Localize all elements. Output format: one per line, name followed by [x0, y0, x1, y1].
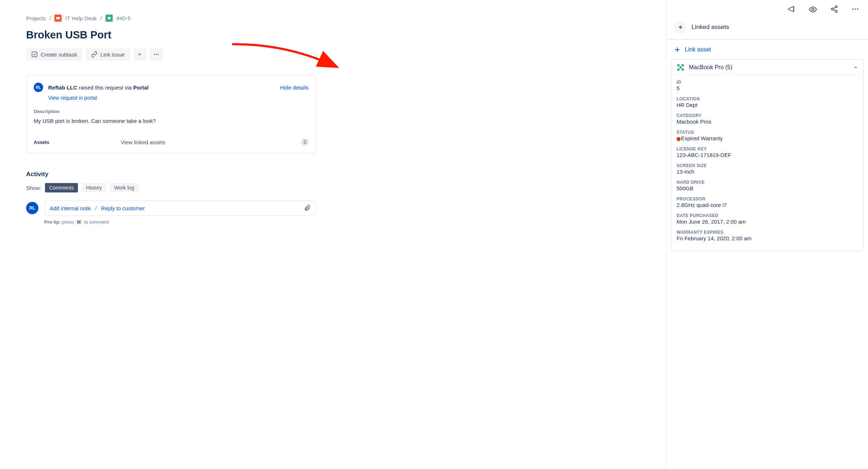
share-icon[interactable]: [830, 5, 838, 14]
feedback-icon[interactable]: [788, 5, 795, 14]
svg-point-1: [154, 54, 155, 55]
view-in-portal-link[interactable]: View request in portal: [48, 95, 309, 101]
description-text: My USB port is broken. Can someone take …: [34, 118, 309, 124]
field-label: STATUS: [677, 130, 858, 135]
field-label: ID: [677, 80, 858, 85]
asset-card: MacBook Pro (5) ID5LOCATIONHR DeptCATEGO…: [671, 59, 864, 251]
svg-point-3: [157, 54, 158, 55]
add-internal-note-link[interactable]: Add internal note: [50, 205, 91, 211]
breadcrumb-project-name[interactable]: IT Help Desk: [65, 15, 96, 21]
asset-field: CATEGORYMacbook Pros: [677, 113, 858, 125]
protip-key: M: [75, 219, 83, 225]
status-dot-icon: [677, 137, 681, 141]
field-value: Mon June 26, 2017, 2:00 am: [677, 219, 858, 225]
field-value: 2.8GHz quad-core i7: [677, 202, 858, 208]
field-value: Macbook Pros: [677, 119, 858, 125]
link-asset-label: Link asset: [685, 46, 711, 53]
asset-field: WARRANTY EXPIRESFri February 14, 2020, 2…: [677, 230, 858, 241]
breadcrumb: Projects / IT Help Desk / IHD-5: [26, 14, 666, 22]
breadcrumb-issue-key[interactable]: IHD-5: [116, 15, 131, 21]
comment-sep: /: [95, 205, 96, 211]
create-subtask-label: Create subtask: [41, 51, 77, 58]
link-issue-label: Link issue: [100, 51, 125, 58]
more-icon[interactable]: [851, 5, 859, 14]
field-value: 500GB: [677, 185, 858, 191]
reporter-name: Reftab LLC: [48, 84, 77, 91]
svg-point-10: [857, 8, 859, 10]
chevron-down-icon: [137, 52, 142, 57]
link-asset-button[interactable]: Link asset: [667, 40, 868, 59]
tab-worklog[interactable]: Work log: [110, 183, 139, 192]
tab-comments[interactable]: Comments: [45, 183, 78, 192]
panel-header: Linked assets: [667, 17, 868, 40]
project-icon: [54, 14, 62, 22]
subtask-icon: [31, 51, 38, 58]
field-value: 5: [677, 85, 858, 91]
top-icons: [667, 0, 868, 17]
asset-field: LOCATIONHR Dept: [677, 96, 858, 108]
reply-to-customer-link[interactable]: Reply to customer: [101, 205, 145, 211]
svg-point-4: [812, 8, 814, 11]
issue-type-icon: [106, 14, 113, 22]
assets-row: Assets View linked assets 2: [34, 138, 309, 146]
svg-point-6: [831, 8, 834, 10]
link-icon: [91, 51, 98, 58]
current-user-avatar: RL: [26, 202, 38, 214]
field-label: WARRANTY EXPIRES: [677, 230, 858, 235]
back-button[interactable]: [674, 21, 686, 33]
actions-row: Create subtask Link issue: [26, 48, 666, 61]
protip-press: press: [61, 219, 75, 225]
svg-point-9: [855, 8, 856, 10]
field-label: DATE PURCHASED: [677, 213, 858, 218]
asset-field: ID5: [677, 80, 858, 91]
asset-body: ID5LOCATIONHR DeptCATEGORYMacbook ProsST…: [671, 75, 863, 251]
svg-point-2: [156, 54, 157, 55]
watch-icon[interactable]: [809, 5, 817, 14]
create-subtask-button[interactable]: Create subtask: [26, 48, 82, 61]
asset-header[interactable]: MacBook Pro (5): [671, 60, 863, 75]
breadcrumb-sep: /: [100, 15, 102, 21]
field-label: HARD DRIVE: [677, 180, 858, 185]
description-label: Description: [34, 109, 309, 114]
svg-point-5: [835, 6, 838, 8]
field-value: HR Dept: [677, 102, 858, 108]
link-issue-button[interactable]: Link issue: [86, 48, 130, 61]
activity-section: Activity Show: Comments History Work log…: [26, 171, 316, 225]
sidebar: Linked assets Link asset MacBook Pro (5)…: [666, 0, 868, 469]
field-value: 123-ABC-171819-DEF: [677, 152, 858, 158]
chevron-up-icon: [853, 65, 858, 70]
field-label: PROCESSOR: [677, 196, 858, 202]
asset-field: SCREEN SIZE13-inch: [677, 163, 858, 175]
field-label: LICENSE KEY: [677, 146, 858, 152]
page-title: Broken USB Port: [26, 29, 666, 41]
attachment-icon[interactable]: [303, 204, 311, 212]
asset-field: DATE PURCHASEDMon June 26, 2017, 2:00 am: [677, 213, 858, 225]
field-label: LOCATION: [677, 96, 858, 101]
pro-tip: Pro tip: press M to comment: [44, 219, 316, 225]
panel-title: Linked assets: [691, 24, 729, 31]
breadcrumb-projects[interactable]: Projects: [26, 15, 46, 21]
request-text: Reftab LLC raised this request via Porta…: [48, 84, 149, 91]
show-label: Show:: [26, 185, 41, 191]
asset-logo-icon: [677, 63, 685, 71]
asset-field: PROCESSOR2.8GHz quad-core i7: [677, 196, 858, 208]
plus-icon: [674, 46, 681, 53]
raised-via: Portal: [133, 84, 149, 91]
svg-point-8: [852, 8, 854, 10]
svg-rect-0: [32, 52, 37, 57]
raised-via-prefix: raised this request via: [77, 84, 133, 91]
tab-history[interactable]: History: [82, 183, 106, 192]
asset-name: MacBook Pro (5): [689, 64, 732, 71]
protip-label: Pro tip:: [44, 219, 61, 225]
assets-field-label: Assets: [34, 140, 121, 145]
protip-rest: to comment: [83, 219, 109, 225]
more-actions-button[interactable]: [149, 48, 163, 61]
request-card: RL Reftab LLC raised this request via Po…: [26, 75, 316, 153]
hide-details-link[interactable]: Hide details: [280, 84, 309, 91]
asset-field: HARD DRIVE500GB: [677, 180, 858, 191]
assets-count-badge: 2: [301, 138, 309, 146]
comment-input[interactable]: Add internal note / Reply to customer: [44, 200, 316, 216]
field-value: 13-inch: [677, 169, 858, 175]
link-issue-dropdown[interactable]: [133, 48, 146, 61]
view-linked-assets-link[interactable]: View linked assets: [121, 139, 165, 145]
